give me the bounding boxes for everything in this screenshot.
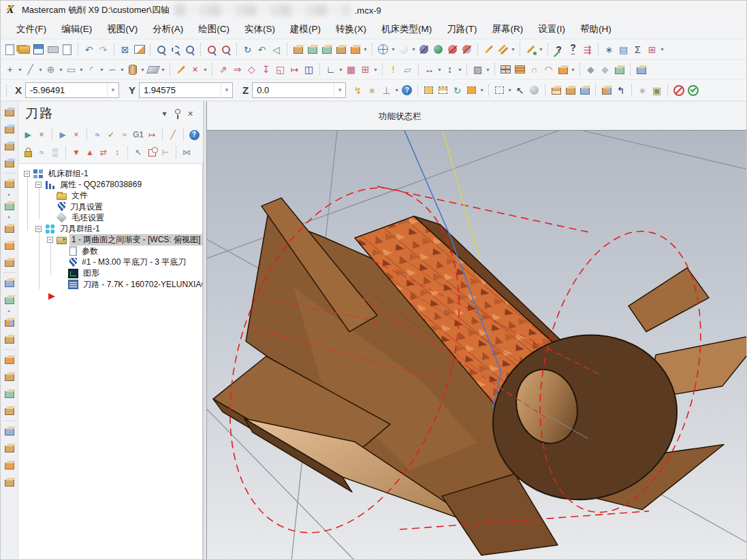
grid-layout-dropdown-icon[interactable]: ▼ <box>659 47 665 52</box>
solid-select-back-icon[interactable] <box>599 83 614 98</box>
menu-item-screen[interactable]: 屏幕(R) <box>485 20 531 38</box>
surface-dome-icon[interactable]: ∩ <box>527 62 541 77</box>
view-orient-menu-dropdown-icon[interactable]: ▼ <box>362 47 368 52</box>
dim-vertical-icon[interactable]: ↕ <box>443 62 457 77</box>
multiaxis-link-icon[interactable]: ◆ <box>584 62 598 77</box>
note-callout-icon[interactable]: ▱ <box>400 62 415 77</box>
tp-help-icon[interactable] <box>187 128 201 142</box>
shaded-display-dropdown-icon[interactable]: ▼ <box>411 47 417 52</box>
tree-row-toolpath-group[interactable]: −刀具群组-1 <box>18 223 202 234</box>
tp-select-all-icon[interactable]: ▶ <box>21 128 35 142</box>
strip-flyout-views-icon[interactable]: ▸ <box>8 192 11 197</box>
job-notes-icon[interactable]: ▤ <box>616 42 631 57</box>
tree-row-diamond[interactable]: 毛坯设置 <box>18 212 202 223</box>
view-top-icon[interactable] <box>291 42 305 57</box>
strip-panel-solids-icon[interactable] <box>1 120 18 137</box>
tp-ghost-icon[interactable]: ▒ <box>48 146 62 159</box>
tp-verify-icon[interactable]: ✓ <box>104 128 118 142</box>
named-view-icon[interactable]: ◁ <box>269 42 283 57</box>
dim-vertical-dropdown-icon[interactable]: ▼ <box>457 67 463 72</box>
create-point-dropdown-icon[interactable]: ▼ <box>17 67 23 72</box>
view-iso-icon[interactable] <box>334 42 348 57</box>
tp-select-geometry-icon[interactable]: ↖ <box>131 146 145 159</box>
tp-unselect-all-icon[interactable]: × <box>35 128 48 142</box>
analyze-dynamic-dropdown-icon[interactable]: ▼ <box>510 47 516 52</box>
solid-select-body-icon[interactable] <box>577 83 592 98</box>
create-surface-dropdown-icon[interactable]: ▼ <box>160 67 166 72</box>
menu-item-file[interactable]: 文件(F) <box>9 20 54 38</box>
note-bulb-icon[interactable]: ! <box>386 62 400 77</box>
solid-boolean-dropdown-icon[interactable]: ▼ <box>570 67 576 72</box>
select-last-dropdown-icon[interactable]: ▼ <box>479 88 485 93</box>
select-window-icon[interactable] <box>436 83 450 98</box>
strip-view-right-icon[interactable] <box>1 254 18 271</box>
wcs-axes-icon[interactable]: ∟ <box>323 62 338 77</box>
menu-item-solids[interactable]: 实体(S) <box>237 20 283 38</box>
solid-select-edge-icon[interactable] <box>549 83 563 98</box>
dynamic-rotate-icon[interactable]: ↻ <box>240 42 255 57</box>
create-fillet-icon[interactable]: ◜ <box>84 62 99 77</box>
tree-insert-position-arrow[interactable]: ▶ <box>18 290 202 301</box>
break-entities-dropdown-icon[interactable]: ▼ <box>202 67 208 72</box>
gnomon-axes-icon[interactable]: ⊥ <box>379 83 394 98</box>
tp-scroll-insert-icon[interactable]: ↕ <box>110 146 124 159</box>
print-preview-icon[interactable] <box>60 42 74 57</box>
create-fillet-dropdown-icon[interactable]: ▼ <box>99 67 105 72</box>
create-line-icon[interactable]: ╱ <box>23 62 37 77</box>
analyze-entity-icon[interactable] <box>481 42 496 57</box>
tp-move-insert-icon[interactable]: ⇄ <box>97 146 110 159</box>
tree-row-machine-group[interactable]: −机床群组-1 <box>18 168 202 179</box>
create-spline-icon[interactable]: ∽ <box>105 62 119 77</box>
tree-row-operation[interactable]: −1 - 两曲面之间渐变 - [WCS: 俯视图] <box>18 235 202 246</box>
tp-hourglass-icon[interactable]: ⋈ <box>180 146 193 159</box>
hatch-dropdown-icon[interactable]: ▼ <box>485 67 491 72</box>
grid-snap-icon[interactable]: ▦ <box>344 62 358 77</box>
tp-backplot-icon[interactable]: ▶ <box>56 128 69 142</box>
analyze-dimension-icon[interactable] <box>566 42 580 57</box>
ok-apply-icon[interactable] <box>686 83 700 98</box>
menu-item-xform[interactable]: 转换(X) <box>328 20 374 38</box>
tp-measure-icon[interactable]: ⊢ <box>159 146 172 159</box>
strip-view-left-icon[interactable] <box>1 274 18 291</box>
tp-move-up-icon[interactable]: ▲ <box>83 146 97 159</box>
zoom-target-icon[interactable] <box>168 42 182 57</box>
save-file-icon[interactable] <box>31 42 46 57</box>
select-rect-icon[interactable] <box>492 83 507 98</box>
strip-plane-bottom-icon[interactable] <box>1 457 18 474</box>
tp-containment-icon[interactable] <box>145 146 159 159</box>
remove-hidden-icon[interactable] <box>445 42 460 57</box>
select-validate-icon[interactable]: ▣ <box>650 83 664 98</box>
tree-row-shield[interactable]: 刀具设置 <box>18 201 202 212</box>
strip-panel-toolpaths-icon[interactable] <box>1 103 18 120</box>
coord-z-dropdown-icon[interactable]: ▼ <box>334 83 345 97</box>
help-icon[interactable] <box>400 83 414 98</box>
select-last-icon[interactable] <box>464 83 479 98</box>
tree-row-geometry[interactable]: 图形 <box>18 268 202 279</box>
strip-plane-top-icon[interactable] <box>1 314 18 331</box>
zoom-out-50-icon[interactable] <box>204 42 219 57</box>
zoom-out-80-icon[interactable] <box>219 42 233 57</box>
trim-entities-icon[interactable] <box>174 62 188 77</box>
tp-toggle-display-icon[interactable]: ≈ <box>35 146 48 159</box>
panel-collapse-button[interactable]: ▾ <box>158 108 171 120</box>
create-point-icon[interactable]: + <box>3 62 17 77</box>
tp-feed-rate-icon[interactable]: ↦ <box>145 128 159 142</box>
strip-plane-front-icon[interactable] <box>1 331 18 348</box>
tree-row-shield[interactable]: #1 - M3.00 平底刀 - 3 平底刀 <box>18 257 202 267</box>
create-line-dropdown-icon[interactable]: ▼ <box>37 67 44 72</box>
create-rectangle-icon[interactable]: ▭ <box>64 62 78 77</box>
strip-view-section-icon[interactable] <box>1 423 18 440</box>
menu-item-help[interactable]: 帮助(H) <box>573 20 619 38</box>
gears-history-icon[interactable]: ∗ <box>635 83 650 98</box>
open-file-icon[interactable] <box>17 42 31 57</box>
wcs-axes-dropdown-icon[interactable]: ▼ <box>338 67 344 72</box>
coord-y-input[interactable]: 1.94575 ▼ <box>139 82 233 98</box>
tp-edit-icon[interactable]: ╱ <box>166 128 180 142</box>
select-result-icon[interactable] <box>422 83 436 98</box>
interrupt-stop-icon[interactable] <box>671 83 686 98</box>
dim-horizontal-icon[interactable]: ↔ <box>422 62 436 77</box>
analyze-angle-dropdown-icon[interactable]: ▼ <box>538 47 544 52</box>
strip-view-previous-icon[interactable] <box>1 440 18 457</box>
menu-item-toolpaths[interactable]: 刀路(T) <box>439 20 484 38</box>
autocursor-power-icon[interactable]: ↯ <box>351 83 365 98</box>
